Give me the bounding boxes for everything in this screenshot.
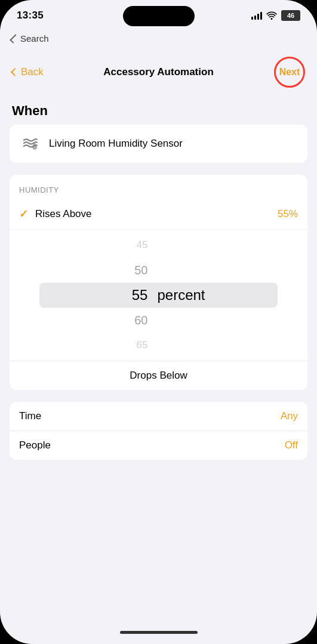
search-area: Search	[0, 31, 317, 48]
picker-track: 40 45	[10, 236, 307, 355]
people-label: People	[19, 439, 51, 451]
status-time: 13:35	[17, 10, 44, 21]
checkmark-icon: ✓	[19, 208, 28, 221]
rises-above-row[interactable]: ✓ Rises Above 55%	[10, 199, 307, 230]
drops-below-label: Drops Below	[130, 370, 187, 382]
humidity-label: HUMIDITY	[10, 175, 307, 199]
home-indicator	[0, 620, 317, 644]
conditions-card: Time Any People Off	[10, 402, 307, 460]
nav-bar: Back Accessory Automation Next	[0, 48, 317, 94]
time-row[interactable]: Time Any	[10, 402, 307, 431]
search-back-label[interactable]: Search	[20, 33, 49, 44]
humidity-picker[interactable]: 40 45	[10, 230, 307, 361]
signal-bars-icon	[251, 11, 262, 20]
phone-frame: 13:35 46 Search B	[0, 0, 317, 644]
battery-icon: 46	[281, 10, 300, 21]
when-heading: When	[0, 94, 317, 125]
rises-above-left: ✓ Rises Above	[19, 208, 92, 221]
picker-item-45[interactable]: 45	[10, 236, 307, 258]
back-label: Back	[21, 66, 44, 78]
sensor-name: Living Room Humidity Sensor	[49, 138, 183, 150]
humidity-sensor-icon	[19, 133, 41, 154]
page-title: Accessory Automation	[103, 66, 214, 78]
picker-item-50[interactable]: 50	[10, 258, 307, 283]
rises-above-label: Rises Above	[35, 208, 92, 220]
search-back: Search	[12, 33, 305, 44]
next-label: Next	[279, 67, 300, 78]
sensor-row[interactable]: Living Room Humidity Sensor	[10, 125, 307, 163]
picker-item-60[interactable]: 60	[10, 308, 307, 333]
next-button[interactable]: Next	[274, 57, 305, 88]
drops-below-row[interactable]: Drops Below	[10, 361, 307, 390]
back-button[interactable]: Back	[12, 66, 44, 78]
picker-items: 40 45	[10, 236, 307, 355]
rises-above-value: 55%	[278, 208, 298, 220]
people-row[interactable]: People Off	[10, 431, 307, 460]
time-value: Any	[281, 410, 298, 422]
picker-item-65[interactable]: 65	[10, 333, 307, 355]
people-value: Off	[285, 439, 298, 451]
wifi-icon	[266, 11, 277, 20]
main-content: Back Accessory Automation Next When	[0, 48, 317, 620]
status-icons: 46	[251, 10, 300, 21]
dynamic-island	[123, 6, 195, 26]
humidity-card: HUMIDITY ✓ Rises Above 55% 40	[10, 175, 307, 390]
picker-item-55-selected[interactable]: 55 percent	[10, 283, 307, 308]
search-back-chevron-icon	[10, 34, 19, 44]
home-bar	[120, 631, 198, 634]
sensor-card: Living Room Humidity Sensor	[10, 125, 307, 163]
time-label: Time	[19, 410, 41, 422]
back-chevron-icon	[11, 67, 19, 76]
